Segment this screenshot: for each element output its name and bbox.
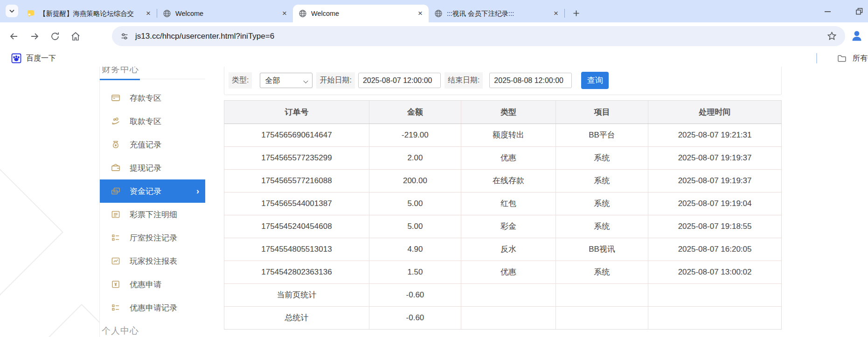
column-header: 订单号 [224, 101, 369, 124]
sidebar-item-提现记录[interactable]: 提现记录 [100, 156, 205, 179]
forward-icon [29, 31, 40, 42]
tab-close-button[interactable]: × [144, 9, 153, 18]
sidebar-item-彩票下注明细[interactable]: 彩票下注明细 [100, 203, 205, 226]
sidebar-item-label: 优惠申请 [130, 279, 161, 290]
tab-close-button[interactable]: × [416, 9, 425, 18]
cell-type: 优惠 [461, 146, 556, 169]
sidebar-item-取款专区[interactable]: 取款专区 [100, 110, 205, 133]
summary-row: 当前页统计-0.60 [224, 283, 781, 306]
tab-close-button[interactable]: × [551, 9, 561, 18]
profile-avatar[interactable] [850, 29, 864, 43]
money-bag-icon [111, 140, 120, 149]
cell-type: 彩金 [461, 215, 556, 238]
sidebar-item-label: 资金记录 [130, 186, 161, 197]
sidebar-item-资金记录[interactable]: 资金记录› [100, 179, 205, 203]
cell-amount: 5.00 [369, 215, 461, 238]
type-select[interactable]: 全部 [260, 73, 312, 88]
cell-type: 优惠 [461, 261, 556, 283]
cell-processed-time: 2025-08-07 19:19:37 [648, 169, 781, 192]
all-bookmarks-label: 所有书签 [853, 54, 868, 63]
tab-search-button[interactable] [6, 5, 18, 17]
cell-processed-time: 2025-08-07 19:19:04 [648, 192, 781, 215]
avatar-icon [850, 29, 864, 43]
empty-cell [556, 306, 648, 329]
bookmarks-bar: 百度一下 所有书签 [0, 50, 868, 67]
list-items-icon [111, 233, 120, 242]
empty-cell [556, 283, 648, 306]
empty-cell [648, 306, 781, 329]
cell-project: BB视讯 [556, 238, 648, 261]
sidebar-item-存款专区[interactable]: 存款专区 [100, 86, 205, 110]
browser-tab[interactable]: Welcome× [293, 5, 429, 22]
column-header: 金额 [369, 101, 461, 124]
cell-order-id: 1754565690614647 [224, 124, 369, 146]
empty-cell [461, 283, 556, 306]
sidebar-item-厅室投注记录[interactable]: 厅室投注记录 [100, 226, 205, 249]
table-row: 17545655440013875.00红包系统2025-08-07 19:19… [224, 192, 781, 215]
forward-button[interactable] [28, 30, 41, 43]
reload-button[interactable] [49, 30, 62, 43]
cell-project: 系统 [556, 261, 648, 283]
home-button[interactable] [69, 30, 82, 43]
cell-order-id: 1754542802363136 [224, 261, 369, 283]
bookmark-item[interactable]: 百度一下 [11, 53, 56, 63]
cell-amount: 2.00 [369, 146, 461, 169]
sidebar-item-优惠申请[interactable]: 优惠申请 [100, 273, 205, 296]
address-bar[interactable]: js13.cc/hhcp/usercenter.html?iniType=6 [112, 26, 845, 46]
cell-amount: 200.00 [369, 169, 461, 192]
cell-type: 反水 [461, 238, 556, 261]
table-row: 1754565577216088200.00在线存款系统2025-08-07 1… [224, 169, 781, 192]
end-date-input[interactable]: 2025-08-08 12:00:00 [489, 73, 572, 88]
cell-type: 红包 [461, 192, 556, 215]
reload-icon [49, 31, 61, 42]
table-row: 17545428023631361.50优惠系统2025-08-07 13:00… [224, 261, 781, 283]
sidebar-item-玩家投注报表[interactable]: 玩家投注报表 [100, 249, 205, 273]
bookmark-label: 百度一下 [26, 54, 56, 63]
tab-close-button[interactable]: × [280, 9, 289, 18]
chevron-right-icon: › [196, 186, 199, 196]
tab-strip: 【新提醒】海燕策略论坛综合交×Welcome×Welcome×:::视讯 会员下… [0, 0, 868, 22]
bookmarks-overflow[interactable]: 所有书签 [816, 50, 868, 67]
sidebar-item-label: 充值记录 [130, 139, 161, 150]
summary-label: 当前页统计 [224, 283, 369, 306]
table-row: 1754565690614647-219.00额度转出BB平台2025-08-0… [224, 124, 781, 146]
cell-amount: 1.50 [369, 261, 461, 283]
empty-cell [648, 283, 781, 306]
cell-project: BB平台 [556, 124, 648, 146]
sidebar-item-优惠申请记录[interactable]: 优惠申请记录 [100, 296, 205, 319]
plus-icon [572, 9, 580, 17]
cell-order-id: 1754565577216088 [224, 169, 369, 192]
folder-icon [837, 53, 847, 63]
withdraw-hand-icon [111, 117, 120, 126]
sidebar-item-label: 提现记录 [130, 163, 161, 173]
filter-box: 类型: 全部 开始日期: 2025-08-07 12:00:00 结束日期: 2… [224, 67, 782, 95]
browser-tab[interactable]: :::视讯 会员下注纪录:::× [429, 5, 564, 22]
new-tab-button[interactable] [569, 7, 583, 20]
table-body: 1754565690614647-219.00额度转出BB平台2025-08-0… [224, 124, 781, 329]
sidebar-item-充值记录[interactable]: 充值记录 [100, 133, 205, 156]
query-button[interactable]: 查询 [581, 72, 609, 89]
empty-cell [461, 306, 556, 329]
table-row: 17545655772352992.00优惠系统2025-08-07 19:19… [224, 146, 781, 169]
coupon-icon [111, 280, 120, 289]
browser-tab[interactable]: 【新提醒】海燕策略论坛综合交× [21, 5, 157, 22]
globe-icon [434, 9, 443, 18]
chart-box-icon [111, 256, 120, 266]
bookmark-star-icon[interactable] [827, 31, 837, 41]
cell-order-id: 1754565577235299 [224, 146, 369, 169]
start-date-label: 开始日期: [316, 72, 354, 89]
restore-button[interactable] [855, 7, 863, 15]
url-text[interactable]: js13.cc/hhcp/usercenter.html?iniType=6 [135, 32, 274, 41]
site-info-icon[interactable] [120, 32, 129, 41]
tab-title: Welcome [175, 10, 280, 17]
table-row: 17545548055130134.90反水BB视讯2025-08-07 16:… [224, 238, 781, 261]
minimize-button[interactable] [823, 7, 832, 15]
browser-tab[interactable]: Welcome× [157, 5, 293, 22]
sidebar-item-label: 玩家投注报表 [130, 256, 177, 267]
main-panel: 类型: 全部 开始日期: 2025-08-07 12:00:00 结束日期: 2… [224, 67, 782, 330]
back-button[interactable] [7, 30, 21, 43]
cell-processed-time: 2025-08-07 19:19:37 [648, 146, 781, 169]
start-date-input[interactable]: 2025-08-07 12:00:00 [358, 73, 441, 88]
cell-processed-time: 2025-08-07 19:18:55 [648, 215, 781, 238]
tab-title: :::视讯 会员下注纪录::: [447, 9, 551, 18]
